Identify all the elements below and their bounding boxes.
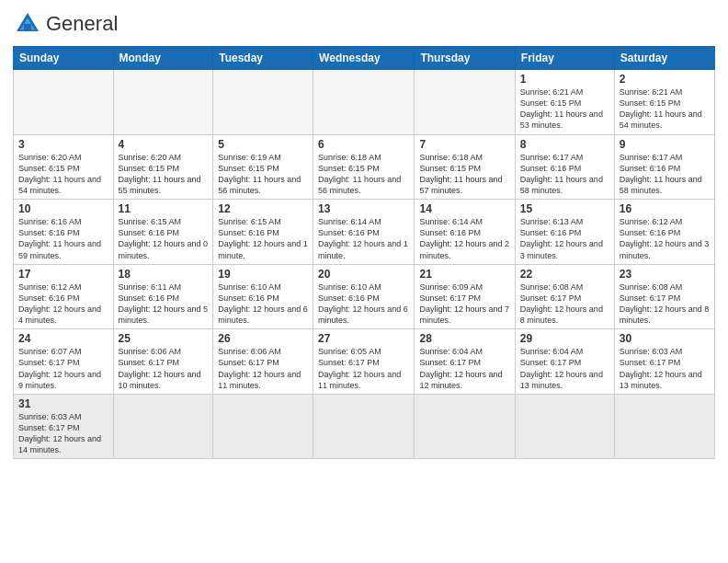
- calendar-cell: 12Sunrise: 6:15 AM Sunset: 6:16 PM Dayli…: [213, 200, 313, 265]
- weekday-header-row: SundayMondayTuesdayWednesdayThursdayFrid…: [14, 47, 715, 70]
- calendar-cell: 16Sunrise: 6:12 AM Sunset: 6:16 PM Dayli…: [614, 200, 714, 265]
- calendar-cell: 20Sunrise: 6:10 AM Sunset: 6:16 PM Dayli…: [313, 264, 415, 329]
- weekday-header-thursday: Thursday: [415, 47, 515, 70]
- day-info: Sunrise: 6:05 AM Sunset: 6:17 PM Dayligh…: [318, 346, 409, 391]
- calendar-cell: 21Sunrise: 6:09 AM Sunset: 6:17 PM Dayli…: [415, 264, 515, 329]
- day-info: Sunrise: 6:19 AM Sunset: 6:15 PM Dayligh…: [218, 152, 308, 197]
- day-number: 16: [620, 202, 710, 215]
- calendar-week-row: 1Sunrise: 6:21 AM Sunset: 6:15 PM Daylig…: [14, 70, 715, 135]
- day-number: 28: [419, 332, 509, 345]
- day-number: 11: [119, 202, 209, 215]
- day-number: 10: [18, 202, 108, 215]
- day-info: Sunrise: 6:09 AM Sunset: 6:17 PM Dayligh…: [419, 282, 509, 327]
- day-info: Sunrise: 6:12 AM Sunset: 6:16 PM Dayligh…: [18, 282, 108, 327]
- calendar-cell: 22Sunrise: 6:08 AM Sunset: 6:17 PM Dayli…: [515, 264, 614, 329]
- day-number: 17: [18, 268, 108, 281]
- day-info: Sunrise: 6:11 AM Sunset: 6:16 PM Dayligh…: [119, 282, 209, 327]
- day-info: Sunrise: 6:17 AM Sunset: 6:16 PM Dayligh…: [620, 152, 710, 197]
- calendar-cell: 24Sunrise: 6:07 AM Sunset: 6:17 PM Dayli…: [14, 329, 114, 395]
- day-info: Sunrise: 6:20 AM Sunset: 6:15 PM Dayligh…: [119, 152, 209, 197]
- calendar-cell: 14Sunrise: 6:14 AM Sunset: 6:16 PM Dayli…: [415, 200, 515, 265]
- day-number: 25: [119, 332, 209, 345]
- day-number: 30: [620, 332, 710, 345]
- logo-text: General: [46, 14, 118, 34]
- day-number: 1: [520, 73, 609, 86]
- day-number: 13: [318, 202, 409, 215]
- weekday-header-friday: Friday: [515, 47, 614, 70]
- calendar-cell: [515, 394, 614, 459]
- day-number: 21: [419, 268, 509, 281]
- day-info: Sunrise: 6:14 AM Sunset: 6:16 PM Dayligh…: [419, 216, 509, 261]
- calendar-week-row: 3Sunrise: 6:20 AM Sunset: 6:15 PM Daylig…: [14, 134, 715, 200]
- day-number: 22: [520, 268, 609, 281]
- calendar-cell: 5Sunrise: 6:19 AM Sunset: 6:15 PM Daylig…: [213, 134, 313, 200]
- calendar-cell: 18Sunrise: 6:11 AM Sunset: 6:16 PM Dayli…: [113, 264, 213, 329]
- calendar-cell: 8Sunrise: 6:17 AM Sunset: 6:16 PM Daylig…: [515, 134, 614, 200]
- day-number: 4: [119, 138, 209, 151]
- day-number: 31: [18, 397, 108, 410]
- day-number: 23: [620, 268, 710, 281]
- day-info: Sunrise: 6:04 AM Sunset: 6:17 PM Dayligh…: [419, 346, 509, 391]
- logo-wordmark: General: [46, 12, 118, 35]
- calendar-cell: 11Sunrise: 6:15 AM Sunset: 6:16 PM Dayli…: [113, 200, 213, 265]
- day-number: 5: [218, 138, 308, 151]
- day-number: 12: [218, 202, 308, 215]
- calendar-cell: [415, 394, 515, 459]
- day-number: 26: [218, 332, 308, 345]
- day-info: Sunrise: 6:03 AM Sunset: 6:17 PM Dayligh…: [620, 346, 710, 391]
- day-info: Sunrise: 6:21 AM Sunset: 6:15 PM Dayligh…: [520, 86, 609, 132]
- day-info: Sunrise: 6:06 AM Sunset: 6:17 PM Dayligh…: [119, 346, 209, 391]
- calendar-cell: [213, 70, 313, 135]
- day-info: Sunrise: 6:12 AM Sunset: 6:16 PM Dayligh…: [620, 216, 710, 261]
- day-number: 27: [318, 332, 409, 345]
- day-number: 29: [520, 332, 609, 345]
- page: General SundayMondayTuesdayWednesdayThur…: [0, 0, 728, 563]
- calendar-week-row: 24Sunrise: 6:07 AM Sunset: 6:17 PM Dayli…: [14, 329, 715, 395]
- calendar-cell: [614, 394, 714, 459]
- day-info: Sunrise: 6:13 AM Sunset: 6:16 PM Dayligh…: [520, 216, 609, 261]
- calendar-cell: [14, 70, 114, 135]
- calendar-cell: [415, 70, 515, 135]
- svg-rect-2: [24, 24, 31, 31]
- calendar-cell: 10Sunrise: 6:16 AM Sunset: 6:16 PM Dayli…: [14, 200, 114, 265]
- calendar-cell: 1Sunrise: 6:21 AM Sunset: 6:15 PM Daylig…: [515, 70, 614, 135]
- day-info: Sunrise: 6:10 AM Sunset: 6:16 PM Dayligh…: [318, 282, 409, 327]
- calendar-cell: 4Sunrise: 6:20 AM Sunset: 6:15 PM Daylig…: [113, 134, 213, 200]
- calendar-cell: 23Sunrise: 6:08 AM Sunset: 6:17 PM Dayli…: [614, 264, 714, 329]
- day-info: Sunrise: 6:10 AM Sunset: 6:16 PM Dayligh…: [218, 282, 308, 327]
- weekday-header-saturday: Saturday: [614, 47, 714, 70]
- calendar-cell: 9Sunrise: 6:17 AM Sunset: 6:16 PM Daylig…: [614, 134, 714, 200]
- weekday-header-tuesday: Tuesday: [213, 47, 313, 70]
- calendar-cell: 3Sunrise: 6:20 AM Sunset: 6:15 PM Daylig…: [14, 134, 114, 200]
- calendar-cell: 27Sunrise: 6:05 AM Sunset: 6:17 PM Dayli…: [313, 329, 415, 395]
- weekday-header-sunday: Sunday: [14, 47, 114, 70]
- day-info: Sunrise: 6:08 AM Sunset: 6:17 PM Dayligh…: [520, 282, 609, 327]
- day-number: 20: [318, 268, 409, 281]
- calendar: SundayMondayTuesdayWednesdayThursdayFrid…: [13, 46, 715, 459]
- day-info: Sunrise: 6:17 AM Sunset: 6:16 PM Dayligh…: [520, 152, 609, 197]
- weekday-header-wednesday: Wednesday: [313, 47, 415, 70]
- calendar-cell: [113, 70, 213, 135]
- day-info: Sunrise: 6:16 AM Sunset: 6:16 PM Dayligh…: [18, 216, 108, 261]
- calendar-cell: 13Sunrise: 6:14 AM Sunset: 6:16 PM Dayli…: [313, 200, 415, 265]
- day-info: Sunrise: 6:18 AM Sunset: 6:15 PM Dayligh…: [318, 152, 409, 197]
- day-info: Sunrise: 6:15 AM Sunset: 6:16 PM Dayligh…: [218, 216, 308, 261]
- calendar-cell: 30Sunrise: 6:03 AM Sunset: 6:17 PM Dayli…: [614, 329, 714, 395]
- logo-icon: [13, 9, 42, 39]
- calendar-cell: [313, 394, 415, 459]
- calendar-week-row: 17Sunrise: 6:12 AM Sunset: 6:16 PM Dayli…: [14, 264, 715, 329]
- calendar-week-row: 31Sunrise: 6:03 AM Sunset: 6:17 PM Dayli…: [14, 394, 715, 459]
- day-number: 18: [119, 268, 209, 281]
- day-number: 15: [520, 202, 609, 215]
- calendar-cell: 6Sunrise: 6:18 AM Sunset: 6:15 PM Daylig…: [313, 134, 415, 200]
- calendar-cell: 25Sunrise: 6:06 AM Sunset: 6:17 PM Dayli…: [113, 329, 213, 395]
- calendar-cell: 17Sunrise: 6:12 AM Sunset: 6:16 PM Dayli…: [14, 264, 114, 329]
- day-info: Sunrise: 6:15 AM Sunset: 6:16 PM Dayligh…: [119, 216, 209, 261]
- calendar-week-row: 10Sunrise: 6:16 AM Sunset: 6:16 PM Dayli…: [14, 200, 715, 265]
- logo: General: [13, 9, 118, 39]
- day-info: Sunrise: 6:18 AM Sunset: 6:15 PM Dayligh…: [419, 152, 509, 197]
- day-number: 8: [520, 138, 609, 151]
- day-number: 6: [318, 138, 409, 151]
- calendar-cell: [113, 394, 213, 459]
- day-info: Sunrise: 6:08 AM Sunset: 6:17 PM Dayligh…: [620, 282, 710, 327]
